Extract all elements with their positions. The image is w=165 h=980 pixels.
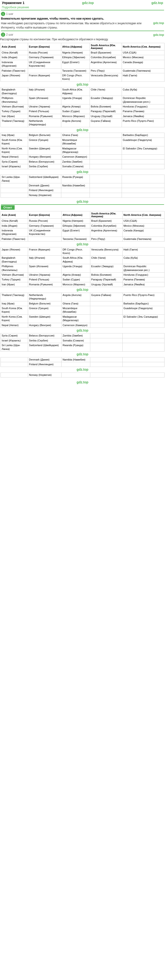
table-cell: Russia (Россия) [28, 219, 62, 223]
table-cell: Japan (Япония) [1, 247, 28, 256]
table-cell: Puerto Rico (Пуэрто-Рико) [122, 293, 164, 301]
table-row: Indonesia (Индонезия)UK (Соединённое Кор… [1, 60, 165, 68]
table-cell: South Korea (Юж. Корея) [1, 138, 28, 146]
table-cell [90, 301, 122, 306]
table-cell [90, 159, 122, 164]
table-cell: Sudan (Судан) [61, 109, 90, 114]
table-cell: Serbia (Сербия) [28, 338, 62, 343]
table-cell: Thailand (Таиланд) [1, 293, 28, 301]
table-cell: Mozambique (Мозамбик) [62, 306, 90, 314]
subtitle: Подробное решение [0, 6, 165, 10]
table-cell: Guyana (Гайана) [90, 293, 122, 301]
table-cell: Iran (Иран) [1, 114, 28, 119]
table-cell: Israel (Израиль) [1, 164, 28, 169]
table-cell [61, 188, 90, 193]
table-cell: Cuba (Куба) [122, 256, 164, 264]
table-row: Phillipines (Филлипины)Spain (Испания)Ug… [1, 264, 165, 273]
table-cell: Somalia (Сомали) [61, 164, 90, 169]
table-row: Thailand (Таиланд)Netherlands (Нидерланд… [1, 119, 165, 127]
table-row: Finland (Финляндия) [1, 362, 165, 367]
table-cell: Chile (Чили) [90, 88, 122, 96]
table-row: Pakistan (Пакистан)Tanzania (Танзания)Pe… [1, 68, 165, 73]
table-cell: Denmark (Дания) [28, 183, 61, 188]
table-cell: Switzerland (Швейцария) [28, 175, 61, 183]
table-cell: Vietnam (Вьетнам) [1, 104, 28, 109]
watermark-row: gdz.top [1, 352, 165, 358]
table-cell: Spain (Испания) [28, 264, 62, 273]
watermark-row: gdz.top [1, 367, 165, 373]
table-cell: Guyana (Гайана) [90, 119, 122, 127]
table-cell: Finland (Финляндия) [28, 362, 62, 367]
table-cell: Egypt (Египет) [62, 228, 90, 237]
table-cell: Uruguay (Уругвай) [90, 114, 122, 119]
table-cell [122, 362, 164, 367]
table-cell: Mexico (Мексика) [122, 223, 164, 228]
table-row: Israel (Израиль)Serbia (Сербия)Somalia (… [1, 164, 165, 169]
table-cell: Poland (Польша) [28, 109, 61, 114]
table-cell: Jamaica (Ямайка) [122, 114, 164, 119]
table-cell: India (Индия) [1, 223, 28, 228]
table-cell: Syria (Сирия) [1, 333, 28, 338]
table-cell: Barbados (Барбадос) [122, 301, 164, 306]
table-cell: Paraguay (Парагвай) [90, 277, 122, 282]
table-cell: Indonesia (Индонезия) [1, 228, 28, 237]
table-cell [90, 343, 122, 352]
step2-label: 2 шаг [6, 33, 13, 36]
table-cell: Hungary (Венгрия) [28, 154, 61, 159]
table-row: Norway (Норвегия) [1, 193, 165, 197]
table-cell: Madagascar (Мадагаскар) [61, 146, 90, 154]
table-cell: USA (США) [122, 219, 164, 223]
table-cell: Uganda (Уганда) [62, 264, 90, 273]
table-row: Norway (Норвегия) [1, 373, 165, 377]
table-row: Bangladesh (Бангладеш)Italy (Италия)Sout… [1, 256, 165, 264]
table-cell: Germany (Германия) [28, 55, 61, 60]
table-cell [90, 138, 122, 146]
table-cell: Japan (Япония) [1, 73, 28, 81]
table-cell [122, 323, 164, 328]
table-cell: Venezuela (Венесуэла) [90, 73, 122, 81]
table-cell: Algeria (Алжир) [61, 104, 90, 109]
table-cell: Haiti (Гаити) [122, 73, 164, 81]
table-cell: Greece (Греция) [28, 138, 61, 146]
table-cell: Uganda (Уганда) [61, 96, 90, 104]
a-col-asia: Asia (Азия) [1, 212, 28, 219]
table-cell: Pakistan (Пакистан) [1, 237, 28, 241]
table-row: Iraq (Ирак)Belgium (Бельгия)Ghana (Гана)… [1, 301, 165, 306]
watermark-row: gdz.top [1, 328, 165, 333]
table-cell: Belgium (Бельгия) [28, 301, 62, 306]
table-cell: Israel (Израиль) [1, 338, 28, 343]
table-cell: Spain (Испания) [28, 96, 61, 104]
table-row: Nepal (Непал)Hungary (Венгрия)Cameroon (… [1, 154, 165, 159]
gdz-watermark-2: gdz.top [153, 33, 164, 37]
table-cell [122, 164, 164, 169]
table-cell: South Korea (Юж. Корея) [1, 306, 28, 314]
table-cell: Iraq (Ирак) [1, 301, 28, 306]
table-cell [90, 333, 122, 338]
table-cell [1, 373, 28, 377]
table-row: North Korea (Сев. Корея)Sweden (Швеция)M… [1, 146, 165, 154]
table-cell [28, 237, 62, 241]
table-cell: Ethiopia (Эфиопия) [62, 223, 90, 228]
table-row: Denmark (Дания)Namibia (Намибия) [1, 183, 165, 188]
table-cell: Ghana (Гана) [62, 301, 90, 306]
table-cell: Zambia (Замбия) [62, 333, 90, 338]
a-col-europe: Europe (Европа) [28, 212, 62, 219]
table-cell [28, 68, 61, 73]
table-cell: Rwanda (Руанда) [61, 175, 90, 183]
table-cell: Italy (Италия) [28, 88, 61, 96]
table-cell: Argentina (Аргентина) [90, 228, 122, 237]
table-cell: Tanzania (Танзания) [62, 237, 90, 241]
table-row: Japan (Япония)France (Франция)DR Congo (… [1, 247, 165, 256]
table-row: Phillipines (Филлипины)Spain (Испания)Ug… [1, 96, 165, 104]
table-cell: Algeria (Алжир) [62, 273, 90, 277]
table-row: Syria (Сирия)Belarus (Белоруссия)Zambia … [1, 333, 165, 338]
table-cell: Sweden (Швеция) [28, 146, 61, 154]
table-row: North Korea (Сев. Корея)Sweden (Швеция)M… [1, 314, 165, 323]
table-cell: Puerto Rico (Пуэрто-Рико) [122, 119, 164, 127]
table-cell [1, 188, 28, 193]
table-cell: South Africa (Юж. Африка) [62, 256, 90, 264]
step2-number: 2 [1, 32, 5, 37]
table-cell: Namibia (Намибия) [61, 183, 90, 188]
table-cell [122, 193, 164, 197]
table-cell: Ukraine (Украина) [28, 273, 62, 277]
